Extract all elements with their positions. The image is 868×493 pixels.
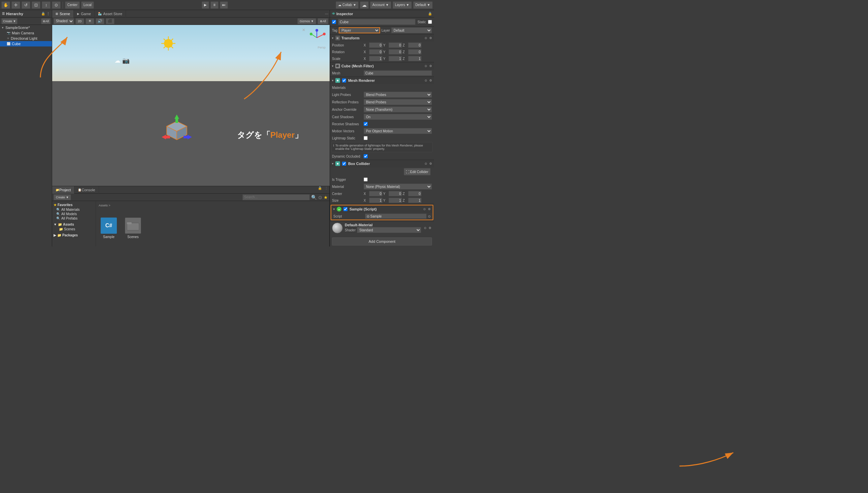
is-trigger-checkbox[interactable] [364,177,368,181]
gizmos-button[interactable]: Gizmos ▼ [297,18,316,24]
script-dot-icon[interactable]: ⊙ [428,215,431,218]
project-create-button[interactable]: Create ▼ [53,194,71,200]
tab-project[interactable]: 📁 Project [52,186,74,194]
mesh-renderer-enabled[interactable] [342,79,346,83]
tag-select[interactable]: Player Untagged Respawn Finish EditorOnl… [339,27,380,33]
transform-header[interactable]: ▼ ⊞ Transform ⊙ ⚙ [330,34,434,42]
receive-shadows-checkbox[interactable] [364,122,368,126]
scene-viewport[interactable]: ☁ 📷 [52,25,330,186]
box-collider-enabled[interactable] [342,162,346,166]
scale-z-input[interactable] [408,56,421,61]
account-button[interactable]: Account ▼ [370,1,391,9]
size-x-input[interactable] [369,198,383,203]
layers-button[interactable]: Layers ▼ [393,1,412,9]
lightmap-static-checkbox[interactable] [364,136,368,140]
script-value-input[interactable] [365,214,427,219]
bottom-lock-icon[interactable]: 🔒 [317,186,323,193]
scale-y-input[interactable] [389,56,402,61]
object-enabled-checkbox[interactable] [332,20,336,24]
edit-collider-button[interactable]: ⛶ Edit Collider [404,168,431,175]
hierarchy-scene[interactable]: ▼ SampleScene* [0,25,52,30]
rotation-z-input[interactable] [408,49,421,55]
position-x-input[interactable] [369,42,383,48]
bottom-dots-icon[interactable]: ⋮ [323,186,329,193]
audio-icon[interactable]: 🔊 [95,18,104,24]
tree-all-materials[interactable]: 🔍 All Materials [53,208,94,212]
center-button[interactable]: Center [65,1,80,9]
mesh-renderer-ref-icon[interactable]: ⊙ [424,79,428,83]
position-z-input[interactable] [408,42,421,48]
dots-icon[interactable]: ⋮ [46,12,50,16]
box-collider-settings-icon[interactable]: ⚙ [429,162,433,166]
transform-ref-icon[interactable]: ⊙ [424,36,428,40]
size-z-input[interactable] [408,198,421,203]
mesh-value-input[interactable] [364,70,432,76]
reflection-probes-select[interactable]: Blend Probes [364,99,432,105]
tree-all-prefabs[interactable]: 🔍 All Prefabs [53,216,94,220]
viewport-x-button[interactable]: ✕ [302,28,305,32]
tab-scene[interactable]: ⊞ Scene [52,10,74,18]
tab-asset-store[interactable]: 🏪 Asset Store [94,10,126,18]
tree-scenes[interactable]: 📁 Scenes [53,227,94,231]
hierarchy-item-camera[interactable]: 📷 Main Camera [0,30,52,36]
center-y-input[interactable] [389,191,402,196]
motion-vectors-select[interactable]: Per Object Motion Camera Motion Only For… [364,128,432,134]
pause-button[interactable]: ⏸ [211,1,218,9]
scene-all-button[interactable]: ⊕All [318,18,328,24]
scale-tool[interactable]: ⊡ [31,1,40,9]
step-button[interactable]: ⏭ [220,1,228,9]
lock-icon[interactable]: 🔒 [41,12,45,16]
move-tool[interactable]: ✛ [12,1,20,9]
transform-tool[interactable]: ⊙ [52,1,61,9]
collab-button[interactable]: ☁ Collab ▼ [336,1,359,9]
project-search-input[interactable] [242,194,310,200]
rotation-x-input[interactable] [369,49,383,55]
hierarchy-create-button[interactable]: Create ▼ [1,18,18,24]
object-name-input[interactable] [338,19,415,25]
mesh-filter-header[interactable]: ▼ ⬛ Cube (Mesh Filter) ⊙ ⚙ [330,62,434,70]
hand-tool[interactable]: ✋ [1,1,10,9]
material-settings-icon[interactable]: ⚙ [428,226,432,230]
anchor-override-select[interactable]: None (Transform) [364,106,432,112]
sample-script-header[interactable]: ▼ ● Sample (Script) ⊙ ⚙ [331,206,433,213]
hierarchy-item-light[interactable]: ☀ Directional Light [0,36,52,41]
shading-select[interactable]: Shaded [53,18,74,24]
scale-x-input[interactable] [369,56,383,61]
mesh-renderer-settings-icon[interactable]: ⚙ [429,79,433,83]
rect-tool[interactable]: ↕ [42,1,50,9]
tab-console[interactable]: 📋 Console [74,186,99,194]
tree-all-models[interactable]: 🔍 All Models [53,212,94,216]
sample-script-settings-icon[interactable]: ⚙ [427,207,431,211]
play-button[interactable]: ▶ [202,1,209,9]
mesh-filter-ref-icon[interactable]: ⊙ [424,64,428,68]
dynamic-occluded-checkbox[interactable] [364,154,368,158]
cast-shadows-select[interactable]: On Off Two Sided Shadows Only [364,114,432,120]
transform-settings-icon[interactable]: ⚙ [429,36,433,40]
sample-script-ref-icon[interactable]: ⊙ [422,207,427,211]
project-star-icon[interactable]: ★ [324,195,328,200]
static-checkbox[interactable] [428,20,432,24]
sun-icon[interactable]: ☀ [86,18,94,24]
center-x-input[interactable] [369,191,383,196]
box-collider-header[interactable]: ▼ ◼ Box Collider ⊙ ⚙ [330,160,434,167]
light-probes-select[interactable]: Blend Probes [364,92,432,98]
add-component-button[interactable]: Add Component [332,237,432,245]
asset-scenes[interactable]: Scenes [123,217,143,239]
hierarchy-all-button[interactable]: ⊕All [41,18,50,24]
project-search-icon[interactable]: 🔍 [311,195,317,200]
fx-icon[interactable]: ⬛ [106,18,114,24]
material-ref-icon[interactable]: ⊙ [423,226,427,230]
collider-material-select[interactable]: None (Physic Material) [364,184,432,190]
rotation-y-input[interactable] [389,49,402,55]
project-filter-icon[interactable]: ⊙ [318,195,322,200]
2d-button[interactable]: 2D [75,18,84,24]
cloud-button[interactable]: ☁ [360,1,369,9]
size-y-input[interactable] [389,198,402,203]
sample-script-enabled[interactable] [343,207,347,211]
mesh-filter-settings-icon[interactable]: ⚙ [429,64,433,68]
layer-select[interactable]: Default TransparentFX Ignore Raycast Wat… [391,27,432,33]
tab-game[interactable]: ▶ Game [74,10,94,18]
default-button[interactable]: Default ▼ [413,1,433,9]
mesh-renderer-header[interactable]: ▼ ◼ Mesh Renderer ⊙ ⚙ [330,77,434,84]
shader-select[interactable]: Standard [357,227,421,233]
